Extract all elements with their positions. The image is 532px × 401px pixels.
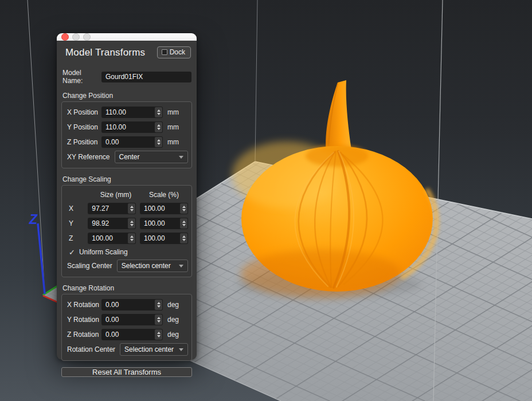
y-rotation-row: Y Rotation 0.00 deg	[65, 312, 188, 327]
x-position-unit: mm	[167, 108, 179, 116]
spinner-down-icon[interactable]	[157, 305, 161, 308]
y-position-unit: mm	[167, 123, 179, 131]
scaling-center-value: Selection center	[122, 262, 171, 270]
x-rotation-value: 0.00	[101, 299, 154, 310]
model-name-value: Gourd01FIX	[105, 73, 143, 81]
build-volume-edge-left	[28, 0, 45, 294]
spinner-up-icon[interactable]	[157, 109, 161, 112]
spinner-up-icon[interactable]	[157, 317, 161, 319]
spinner-up-icon[interactable]	[182, 221, 186, 223]
z-rotation-label: Z Rotation	[65, 331, 101, 339]
y-size-input[interactable]: 98.92	[88, 218, 136, 229]
spinner-down-icon[interactable]	[157, 113, 161, 115]
x-position-input[interactable]: 110.00	[101, 107, 163, 118]
spinner-down-icon[interactable]	[130, 209, 134, 211]
spinner-down-icon[interactable]	[130, 224, 134, 226]
rotation-center-label: Rotation Center	[65, 345, 115, 353]
position-section-title: Change Position	[62, 92, 191, 100]
y-scale-spinner[interactable]	[180, 218, 187, 229]
pumpkin-3d-model[interactable]	[232, 80, 436, 298]
x-scale-input[interactable]: 100.00	[140, 203, 188, 214]
y-scale-value: 100.00	[140, 218, 179, 229]
spinner-up-icon[interactable]	[130, 221, 134, 223]
x-size-spinner[interactable]	[128, 203, 135, 214]
spinner-up-icon[interactable]	[130, 206, 134, 208]
y-axis-row-label: Y	[65, 219, 88, 227]
scaling-center-row: Scaling Center Selection center	[65, 258, 188, 273]
spinner-down-icon[interactable]	[157, 128, 161, 130]
model-name-label: Model Name:	[62, 69, 101, 85]
minimize-button-icon	[72, 33, 80, 41]
x-position-spinner[interactable]	[155, 107, 162, 117]
spinner-up-icon[interactable]	[157, 139, 161, 141]
x-rotation-row: X Rotation 0.00 deg	[65, 297, 188, 312]
spinner-down-icon[interactable]	[157, 143, 161, 145]
spinner-up-icon[interactable]	[130, 235, 134, 238]
window-titlebar[interactable]	[57, 33, 197, 41]
rotation-center-row: Rotation Center Selection center	[65, 342, 188, 357]
x-scale-spinner[interactable]	[180, 203, 187, 214]
z-rotation-spinner[interactable]	[155, 329, 162, 340]
y-rotation-spinner[interactable]	[155, 314, 162, 325]
dock-icon	[162, 49, 167, 55]
y-rotation-value: 0.00	[101, 314, 154, 325]
x-size-input[interactable]: 97.27	[88, 203, 136, 214]
spinner-down-icon[interactable]	[182, 224, 186, 226]
x-rotation-input[interactable]: 0.00	[101, 299, 163, 310]
scaling-center-select[interactable]: Selection center	[117, 260, 188, 272]
spinner-up-icon[interactable]	[157, 332, 161, 334]
xy-reference-select[interactable]: Center	[115, 151, 189, 163]
spinner-down-icon[interactable]	[157, 335, 161, 337]
scaling-group: Size (mm) Scale (%) X 97.27 100.00	[61, 185, 192, 277]
dock-button[interactable]: Dock	[157, 46, 191, 58]
rotation-center-select[interactable]: Selection center	[120, 343, 188, 356]
y-size-value: 98.92	[88, 218, 127, 229]
uniform-scaling-label: Uniform Scaling	[79, 248, 128, 256]
x-rotation-label: X Rotation	[65, 301, 101, 309]
spinner-down-icon[interactable]	[182, 209, 186, 211]
checkmark-icon: ✓	[69, 248, 75, 257]
z-rotation-input[interactable]: 0.00	[101, 329, 163, 340]
z-scaling-row: Z 100.00 100.00	[65, 231, 188, 246]
x-scale-value: 100.00	[140, 203, 179, 214]
dock-button-label: Dock	[170, 48, 185, 56]
z-size-spinner[interactable]	[128, 233, 135, 243]
rotation-section-title: Change Rotation	[62, 284, 191, 292]
z-position-spinner[interactable]	[155, 137, 162, 147]
x-rotation-spinner[interactable]	[155, 300, 162, 310]
scaling-center-label: Scaling Center	[65, 262, 112, 270]
y-scale-input[interactable]: 100.00	[140, 218, 188, 229]
spinner-up-icon[interactable]	[157, 302, 161, 304]
z-scale-spinner[interactable]	[180, 233, 187, 243]
y-size-spinner[interactable]	[128, 218, 135, 229]
spinner-up-icon[interactable]	[182, 235, 186, 238]
close-button-icon[interactable]	[61, 33, 69, 41]
z-scale-input[interactable]: 100.00	[140, 233, 188, 244]
reset-all-transforms-button[interactable]: Reset All Transforms	[61, 367, 192, 377]
xy-reference-value: Center	[119, 153, 140, 161]
uniform-scaling-checkbox[interactable]: ✓ Uniform Scaling	[65, 246, 188, 258]
z-rotation-row: Z Rotation 0.00 deg	[65, 327, 188, 342]
spinner-down-icon[interactable]	[130, 239, 134, 241]
spinner-down-icon[interactable]	[157, 320, 161, 323]
z-size-input[interactable]: 100.00	[88, 233, 136, 244]
model-name-input[interactable]: Gourd01FIX	[101, 72, 191, 82]
spinner-up-icon[interactable]	[182, 206, 186, 208]
xy-reference-row: XY Reference Center	[65, 150, 188, 164]
y-position-input[interactable]: 110.00	[101, 121, 163, 133]
scaling-section-title: Change Scaling	[62, 175, 191, 183]
x-rotation-unit: deg	[167, 301, 179, 309]
rotation-group: X Rotation 0.00 deg Y Rotation 0.00 deg	[61, 294, 192, 361]
spinner-down-icon[interactable]	[182, 239, 186, 241]
x-scaling-row: X 97.27 100.00	[65, 201, 188, 216]
spinner-up-icon[interactable]	[157, 124, 161, 127]
chevron-down-icon	[179, 156, 183, 159]
position-group: X Position 110.00 mm Y Position 110.00 m…	[61, 101, 192, 168]
z-position-value: 0.00	[101, 136, 154, 148]
y-rotation-input[interactable]: 0.00	[101, 314, 163, 325]
z-position-input[interactable]: 0.00	[101, 136, 163, 148]
x-axis-row-label: X	[65, 205, 88, 213]
z-rotation-unit: deg	[167, 331, 179, 339]
y-position-spinner[interactable]	[155, 122, 162, 132]
x-size-value: 97.27	[88, 203, 127, 214]
